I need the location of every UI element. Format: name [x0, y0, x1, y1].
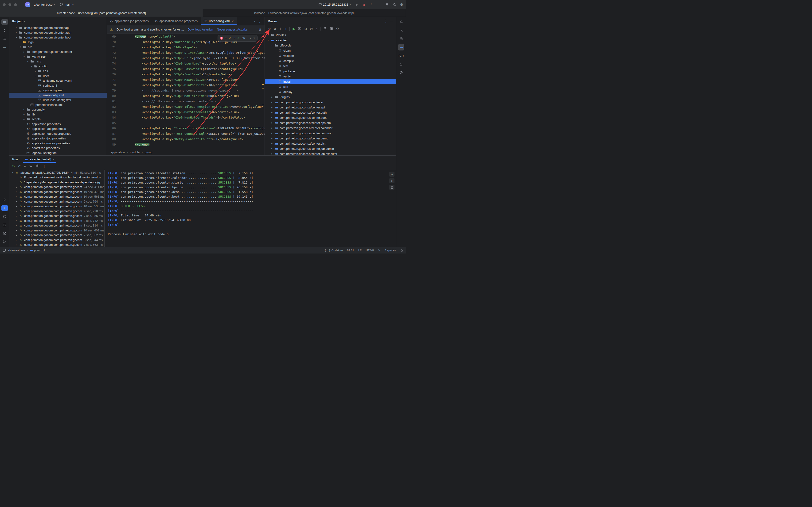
maven-tree-row[interactable]: ▸Plugins — [265, 94, 396, 100]
code-line[interactable]: 75 <configValue key="C3p0-Password">prim… — [107, 66, 264, 72]
code-line[interactable]: 88 <configValue key="Retry-Connect-Count… — [107, 136, 264, 142]
banner-settings-gear-icon[interactable]: ⚙ — [258, 28, 261, 31]
code-line[interactable]: 72 <configValue key="C3p0-DriverClass">c… — [107, 50, 264, 55]
code-line[interactable]: 78 <configValue key="C3p0-MinPoolSize">1… — [107, 82, 264, 88]
hide-panel-icon[interactable]: — — [390, 19, 393, 23]
editor-tab[interactable]: </>user-config.xml× — [201, 17, 237, 25]
code-line[interactable]: 79 <!-- //seconds, 0 means connections n… — [107, 88, 264, 93]
settings-gear-icon[interactable]: ⚙ — [400, 3, 403, 6]
project-tree-row[interactable]: logs — [9, 40, 107, 45]
services-tool-icon[interactable] — [1, 213, 8, 220]
code-line[interactable]: 71 <configValue key="Jdbc-Type"/> — [107, 45, 264, 50]
project-tree-row[interactable]: ⚙application-eureka.properties — [9, 131, 107, 136]
project-tree-row[interactable]: ▸user — [9, 73, 107, 78]
breadcrumb-item[interactable]: application — [111, 151, 125, 154]
run-tree-row[interactable]: ▸⚠com.primeton.gocom:com.primeton.gocom1… — [9, 189, 104, 194]
warning-stripe-mark[interactable] — [262, 84, 264, 85]
edit-mode-icon[interactable]: ✎ — [378, 249, 380, 252]
maven-tool-icon[interactable]: m — [398, 44, 404, 50]
git-tool-icon[interactable] — [1, 239, 8, 245]
prev-issue-icon[interactable]: ∧ — [249, 36, 251, 41]
show-profiles-icon[interactable] — [323, 27, 327, 31]
maven-tree-row[interactable]: ▸mcom.primeton.gocom.afcenter.bps.om — [265, 120, 396, 125]
run-tree-row[interactable]: ▸⚠com.primeton.gocom:com.primeton.gocom1… — [9, 194, 104, 199]
code-line[interactable]: 83 <configValue key="C3p0-MaxStatements"… — [107, 109, 264, 115]
maven-tree-row[interactable]: ⚙test — [265, 63, 396, 68]
chevron-right-icon[interactable]: ▸ — [22, 113, 26, 115]
maven-tree-row[interactable]: ⚙package — [265, 68, 396, 74]
rerun-failed-icon[interactable]: ↺ — [18, 165, 21, 168]
reload-maven-projects-icon[interactable]: ↻ — [268, 27, 271, 31]
project-tree-row[interactable]: ▾com.primeton.gocom.afcenter.boot — [9, 35, 107, 40]
endpoints-icon[interactable]: {..} — [398, 53, 404, 59]
gradle-icon[interactable] — [398, 69, 404, 76]
chevron-right-icon[interactable]: ▸ — [270, 116, 274, 119]
run-tree-row[interactable]: ▸⚠com.primeton.gocom:com.primeton.gocom2… — [9, 185, 104, 190]
maven-tree-row[interactable]: ⚙clean — [265, 48, 396, 53]
remote-connection[interactable]: 10.15.15.91:28833 ▾ — [317, 2, 352, 7]
generate-sources-icon[interactable]: ↺ — [274, 27, 276, 31]
project-tree-row[interactable]: ▸com.primeton.gocom.afcenter.auth — [9, 30, 107, 35]
maven-tree-row[interactable]: ▸mcom.primeton.gocom.afcenter.dict — [265, 141, 396, 146]
chevron-right-icon[interactable]: ▸ — [270, 132, 274, 134]
branch-selector[interactable]: main ▾ — [58, 2, 75, 7]
code-line[interactable]: 87 <configValue key="Test-Connect-Sql">S… — [107, 131, 264, 136]
chevron-right-icon[interactable]: ▸ — [14, 26, 18, 29]
warning-stripe-mark[interactable] — [262, 88, 264, 89]
plugins-icon[interactable] — [398, 61, 404, 67]
chevron-down-icon[interactable]: ▾ — [30, 65, 34, 67]
run-tree-row[interactable]: ▸⚠com.primeton.gocom:com.primeton.gocom1… — [9, 228, 104, 233]
maven-tree-row[interactable]: ⚙site — [265, 84, 396, 89]
project-tree-row[interactable]: ▸com.primeton.gocom.afcenter — [9, 50, 107, 54]
editor-tab[interactable]: ⚙application-nacos.properties — [152, 17, 201, 25]
chevron-down-icon[interactable]: ▾ — [11, 171, 15, 174]
chevron-down-icon[interactable]: ▾ — [22, 55, 26, 58]
stop-icon[interactable]: × — [315, 27, 317, 31]
close-icon[interactable]: × — [53, 158, 55, 161]
maven-tree-row[interactable]: ⚙compile — [265, 58, 396, 63]
next-issue-icon[interactable]: ∨ — [253, 36, 255, 41]
maven-options-icon[interactable]: ⋮ — [384, 19, 388, 23]
chevron-right-icon[interactable]: ▸ — [14, 205, 18, 208]
chevron-right-icon[interactable]: ▸ — [14, 244, 18, 246]
chevron-right-icon[interactable]: ▸ — [270, 153, 274, 155]
run-tree-row[interactable]: ▸⚠com.primeton.gocom:com.primeton.gocom7… — [9, 242, 104, 247]
project-tree-row[interactable]: ⚙application-nacos.properties — [9, 141, 107, 146]
run-tool-icon[interactable] — [1, 205, 8, 211]
chevron-down-icon[interactable]: ▾ — [18, 46, 22, 48]
window-close-button[interactable] — [3, 3, 6, 6]
chevron-right-icon[interactable]: ▸ — [14, 32, 18, 34]
maven-tree-row[interactable]: ⚙validate — [265, 53, 396, 58]
toggle-offline-mode-icon[interactable]: ⊘ — [304, 27, 307, 31]
never-suggest-link[interactable]: Never suggest Asturian — [217, 28, 248, 31]
tab-list-chevron-icon[interactable]: ▾ — [254, 20, 255, 22]
chevron-right-icon[interactable]: ▸ — [270, 122, 274, 124]
more-options-icon[interactable]: ⋮ — [43, 165, 46, 168]
maven-tree-row[interactable]: ▸Profiles — [265, 33, 396, 38]
scroll-to-end-icon[interactable]: ↧ — [389, 178, 395, 183]
stop-icon[interactable]: ■ — [24, 165, 26, 168]
project-tree-row[interactable]: ▸scripts — [9, 117, 107, 122]
maven-tree-row[interactable]: ▸mcom.primeton.gocom.afcenter.job.admin — [265, 146, 396, 151]
maven-tree-row[interactable]: ▸mcom.primeton.gocom.afcenter.job.execut… — [265, 151, 396, 155]
chevron-right-icon[interactable]: ▸ — [270, 106, 274, 108]
notifications-bell-icon[interactable] — [398, 19, 404, 25]
caret-position[interactable]: 69:31 — [347, 249, 354, 252]
chevron-down-icon[interactable]: ▾ — [24, 20, 25, 22]
project-tree-row[interactable]: ⚙application-job.properties — [9, 136, 107, 141]
code-line[interactable]: 84 <configValue key="C3p0-NumHelperThrea… — [107, 115, 264, 120]
chevron-down-icon[interactable]: ▾ — [14, 36, 18, 39]
download-sources-icon[interactable]: ⇓ — [279, 27, 282, 31]
run-tree-row[interactable]: ▸⚠com.primeton.gocom:com.primeton.gocom9… — [9, 199, 104, 204]
more-tool-windows-icon[interactable]: ⋯ — [1, 44, 8, 50]
rerun-icon[interactable]: ↻ — [12, 165, 15, 168]
add-user-icon[interactable] — [385, 3, 389, 7]
maven-tree-row[interactable]: ▸mcom.primeton.gocom.afcenter.auth — [265, 110, 396, 115]
close-icon[interactable]: × — [232, 19, 234, 23]
skip-tests-icon[interactable]: ∅ — [310, 27, 313, 31]
project-tree-row[interactable]: ⚙application.properties — [9, 122, 107, 126]
editor-scrollbar[interactable] — [261, 34, 264, 149]
indent-setting[interactable]: 4 spaces — [385, 249, 396, 252]
window-zoom-button[interactable] — [14, 3, 17, 6]
maven-tree-row[interactable]: ⚙verify — [265, 74, 396, 79]
